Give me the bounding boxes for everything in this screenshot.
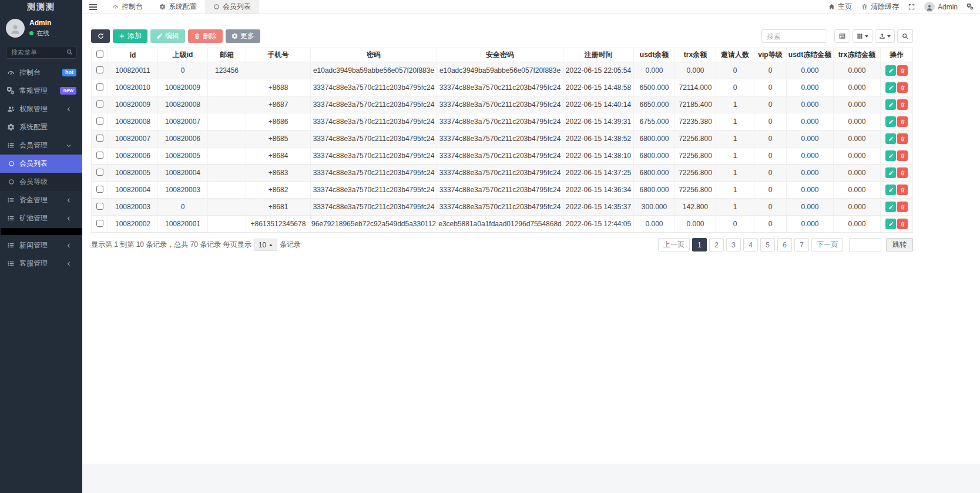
sidebar-item-客服管理[interactable]: 客服管理 xyxy=(0,254,82,273)
table-search-input[interactable] xyxy=(761,29,827,43)
sidebar-item-常规管理[interactable]: 常规管理new xyxy=(0,82,82,100)
column-header-注册时间[interactable]: 注册时间 xyxy=(563,48,634,62)
column-header-邀请人数[interactable]: 邀请人数 xyxy=(716,48,754,62)
row-checkbox[interactable] xyxy=(96,83,103,90)
sidebar-item-会员等级[interactable]: 会员等级 xyxy=(0,173,82,191)
row-delete-button[interactable] xyxy=(897,116,908,127)
column-header-id[interactable]: id xyxy=(108,48,158,62)
search-toggle-button[interactable] xyxy=(897,29,913,43)
jump-button[interactable]: 跳转 xyxy=(886,238,913,251)
row-edit-button[interactable] xyxy=(885,65,896,76)
refresh-button[interactable] xyxy=(91,29,110,43)
tab-控制台[interactable]: 控制台 xyxy=(104,0,151,14)
row-checkbox[interactable] xyxy=(96,220,103,227)
row-delete-button[interactable] xyxy=(897,150,908,161)
column-header-安全密码[interactable]: 安全密码 xyxy=(437,48,563,62)
column-header-密码[interactable]: 密码 xyxy=(311,48,437,62)
page-button-3[interactable]: 3 xyxy=(726,238,741,251)
edit-button[interactable]: 编辑 xyxy=(150,29,185,43)
table-cell: 33374c88e3a7570c211c203b4795fc24 xyxy=(437,96,563,113)
row-checkbox[interactable] xyxy=(96,100,103,108)
sidebar-item-新闻管理[interactable]: 新闻管理 xyxy=(0,236,82,254)
table-cell xyxy=(208,165,246,182)
column-header-usdt余额[interactable]: usdt余额 xyxy=(634,48,675,62)
row-delete-button[interactable] xyxy=(897,133,908,144)
column-header-手机号[interactable]: 手机号 xyxy=(246,48,311,62)
row-edit-button[interactable] xyxy=(885,150,896,161)
sidebar-item-会员管理[interactable]: 会员管理 xyxy=(0,136,82,155)
menu-search-input[interactable] xyxy=(6,46,76,59)
row-delete-button[interactable] xyxy=(897,99,908,110)
table-cell: 0.000 xyxy=(834,199,881,216)
row-delete-button[interactable] xyxy=(897,202,908,212)
settings-button[interactable] xyxy=(967,4,974,10)
sidebar-item-资金管理[interactable]: 资金管理 xyxy=(0,191,82,209)
row-edit-button[interactable] xyxy=(885,167,896,178)
prev-page-button[interactable]: 上一页 xyxy=(658,238,690,251)
sidebar-item-控制台[interactable]: 控制台hot xyxy=(0,63,82,82)
row-edit-button[interactable] xyxy=(885,116,896,127)
page-button-6[interactable]: 6 xyxy=(777,238,792,251)
export-button[interactable] xyxy=(875,29,895,43)
table-cell: +8613512345678 xyxy=(246,216,311,233)
row-checkbox[interactable] xyxy=(96,118,103,125)
sidebar-item-系统配置[interactable]: 系统配置 xyxy=(0,118,82,136)
columns-button[interactable] xyxy=(853,29,872,43)
sidebar-item-label: 控制台 xyxy=(19,68,62,78)
more-button[interactable]: 更多 xyxy=(226,29,260,43)
row-delete-button[interactable] xyxy=(897,65,908,76)
column-header-trx冻结金额[interactable]: trx冻结金额 xyxy=(834,48,881,62)
tab-系统配置[interactable]: 系统配置 xyxy=(151,0,205,14)
user-menu[interactable]: Admin xyxy=(924,2,958,12)
row-delete-button[interactable] xyxy=(897,167,908,178)
row-edit-button[interactable] xyxy=(885,99,896,110)
sidebar-item-权限管理[interactable]: 权限管理 xyxy=(0,100,82,118)
user-name: Admin xyxy=(29,19,51,27)
row-checkbox[interactable] xyxy=(96,169,103,176)
page-button-1[interactable]: 1 xyxy=(692,238,707,251)
jump-page-input[interactable] xyxy=(849,238,881,251)
page-button-5[interactable]: 5 xyxy=(760,238,775,251)
page-button-7[interactable]: 7 xyxy=(794,238,809,251)
table-cell: 0.000 xyxy=(787,62,834,79)
select-all-checkbox[interactable] xyxy=(96,51,103,58)
home-link[interactable]: 主页 xyxy=(828,2,852,12)
table-cell: 100820004 xyxy=(158,165,208,182)
tab-会员列表[interactable]: 会员列表 xyxy=(205,0,259,14)
add-button[interactable]: 添加 xyxy=(113,29,147,43)
delete-button[interactable]: 删除 xyxy=(188,29,223,43)
row-checkbox[interactable] xyxy=(96,66,103,73)
column-header-vip等级[interactable]: vip等级 xyxy=(754,48,787,62)
page-button-4[interactable]: 4 xyxy=(743,238,758,251)
pagination-info: 显示第 1 到第 10 条记录，总共 70 条记录 每页显示 10 条记录 xyxy=(91,239,301,251)
page-button-2[interactable]: 2 xyxy=(709,238,724,251)
row-checkbox[interactable] xyxy=(96,135,103,142)
row-delete-button[interactable] xyxy=(897,185,908,195)
column-header-usdt冻结金额[interactable]: usdt冻结金额 xyxy=(787,48,834,62)
row-edit-button[interactable] xyxy=(885,82,896,93)
app-logo: 测测测 xyxy=(0,0,82,14)
table-cell xyxy=(246,62,311,79)
row-edit-button[interactable] xyxy=(885,185,896,195)
toggle-view-button[interactable] xyxy=(834,29,850,43)
row-checkbox[interactable] xyxy=(96,186,103,193)
row-delete-button[interactable] xyxy=(897,219,908,229)
row-edit-button[interactable] xyxy=(885,219,896,229)
sidebar-item-矿池管理[interactable]: 矿池管理 xyxy=(0,209,82,227)
sidebar-item-会员列表[interactable]: 会员列表 xyxy=(0,155,82,173)
row-checkbox[interactable] xyxy=(96,203,103,210)
row-delete-button[interactable] xyxy=(897,82,908,93)
column-header-邮箱[interactable]: 邮箱 xyxy=(208,48,246,62)
menu-toggle-icon[interactable] xyxy=(82,0,104,14)
clear-cache-link[interactable]: 清除缓存 xyxy=(861,2,899,12)
column-header-操作[interactable]: 操作 xyxy=(881,48,913,62)
next-page-button[interactable]: 下一页 xyxy=(811,238,843,251)
page-size-select[interactable]: 10 xyxy=(254,239,277,251)
fullscreen-button[interactable] xyxy=(908,4,915,10)
table-cell: 0 xyxy=(716,79,754,96)
row-edit-button[interactable] xyxy=(885,133,896,144)
row-checkbox[interactable] xyxy=(96,152,103,159)
column-header-trx余额[interactable]: trx余额 xyxy=(675,48,716,62)
row-edit-button[interactable] xyxy=(885,202,896,212)
column-header-上级id[interactable]: 上级id xyxy=(158,48,208,62)
